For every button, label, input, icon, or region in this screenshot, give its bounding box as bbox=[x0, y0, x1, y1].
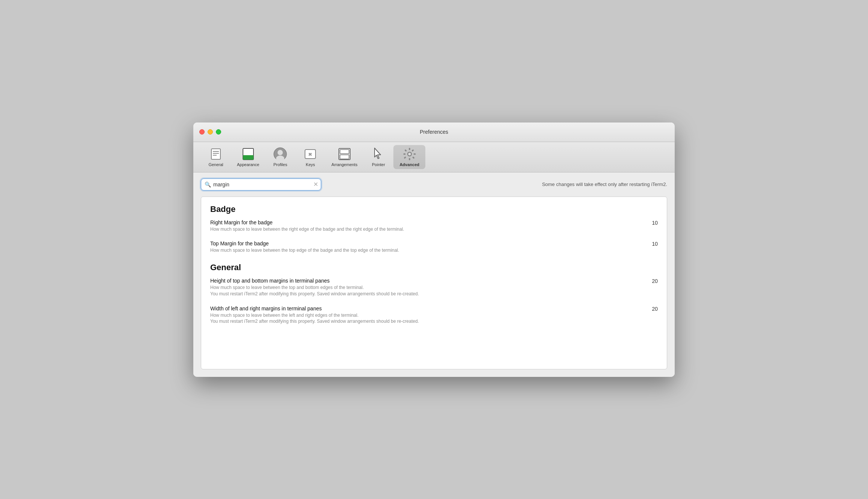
pointer-label: Pointer bbox=[372, 162, 385, 167]
general-icon bbox=[209, 147, 223, 161]
tab-pointer[interactable]: Pointer bbox=[363, 145, 393, 169]
svg-rect-18 bbox=[409, 158, 410, 160]
pointer-icon bbox=[372, 147, 385, 161]
traffic-lights bbox=[199, 129, 221, 135]
svg-rect-1 bbox=[213, 151, 219, 152]
setting-desc: How much space to leave between the righ… bbox=[210, 226, 643, 233]
search-icon: 🔍 bbox=[205, 181, 211, 188]
setting-name: Height of top and bottom margins in term… bbox=[210, 278, 643, 284]
table-row: Height of top and bottom margins in term… bbox=[210, 278, 658, 299]
profiles-label: Profiles bbox=[273, 162, 287, 167]
svg-rect-23 bbox=[411, 149, 414, 151]
search-area: 🔍 ✕ Some changes will take effect only a… bbox=[201, 178, 667, 191]
setting-name: Width of left and right margins in termi… bbox=[210, 305, 643, 311]
appearance-label: Appearance bbox=[237, 162, 259, 167]
svg-rect-0 bbox=[211, 149, 220, 159]
setting-info: Top Margin for the badge How much space … bbox=[210, 240, 643, 254]
tab-profiles[interactable]: Profiles bbox=[265, 145, 295, 169]
appearance-icon bbox=[241, 147, 255, 161]
setting-name: Right Margin for the badge bbox=[210, 219, 643, 225]
badge-section-title: Badge bbox=[210, 204, 658, 214]
results-panel: Badge Right Margin for the badge How muc… bbox=[201, 197, 667, 369]
svg-rect-19 bbox=[404, 153, 405, 155]
svg-rect-17 bbox=[409, 148, 410, 150]
advanced-label: Advanced bbox=[399, 162, 419, 167]
keys-label: Keys bbox=[306, 162, 315, 167]
svg-point-16 bbox=[408, 153, 411, 155]
window-title: Preferences bbox=[420, 129, 448, 135]
svg-rect-12 bbox=[339, 148, 350, 160]
badge-section: Badge Right Margin for the badge How muc… bbox=[210, 204, 658, 256]
general-label: General bbox=[208, 162, 223, 167]
setting-value: 20 bbox=[643, 278, 658, 284]
setting-value: 20 bbox=[643, 305, 658, 312]
tab-advanced[interactable]: Advanced bbox=[393, 145, 425, 169]
setting-desc: How much space to leave between the left… bbox=[210, 312, 643, 325]
search-input[interactable] bbox=[201, 178, 321, 191]
svg-rect-3 bbox=[213, 155, 217, 156]
minimize-button[interactable] bbox=[208, 129, 213, 135]
toolbar: General Appearance Profile bbox=[193, 142, 675, 172]
svg-rect-22 bbox=[412, 156, 414, 159]
arrangements-icon bbox=[338, 147, 351, 161]
svg-rect-24 bbox=[404, 156, 406, 159]
setting-info: Right Margin for the badge How much spac… bbox=[210, 219, 643, 233]
keys-icon: ⌘ bbox=[303, 147, 317, 161]
content-area: 🔍 ✕ Some changes will take effect only a… bbox=[193, 172, 675, 377]
svg-rect-6 bbox=[243, 159, 253, 160]
tab-general[interactable]: General bbox=[201, 145, 231, 169]
setting-name: Top Margin for the badge bbox=[210, 240, 643, 246]
table-row: Width of left and right margins in termi… bbox=[210, 305, 658, 327]
preferences-window: Preferences General bbox=[193, 122, 675, 377]
tab-keys[interactable]: ⌘ Keys bbox=[295, 145, 325, 169]
svg-rect-21 bbox=[404, 149, 407, 151]
search-container: 🔍 ✕ bbox=[201, 178, 321, 191]
advanced-icon bbox=[403, 147, 416, 161]
close-button[interactable] bbox=[199, 129, 205, 135]
setting-desc: How much space to leave between the top … bbox=[210, 284, 643, 297]
tab-arrangements[interactable]: Arrangements bbox=[325, 145, 363, 169]
tab-appearance[interactable]: Appearance bbox=[231, 145, 265, 169]
setting-value: 10 bbox=[643, 219, 658, 226]
restart-notice: Some changes will take effect only after… bbox=[542, 181, 667, 187]
profiles-icon bbox=[273, 147, 287, 161]
setting-desc: How much space to leave between the top … bbox=[210, 247, 643, 254]
setting-value: 10 bbox=[643, 240, 658, 247]
title-bar: Preferences bbox=[193, 122, 675, 142]
setting-info: Width of left and right margins in termi… bbox=[210, 305, 643, 325]
setting-info: Height of top and bottom margins in term… bbox=[210, 278, 643, 297]
general-section-title: General bbox=[210, 263, 658, 272]
svg-rect-2 bbox=[213, 153, 219, 154]
search-clear-button[interactable]: ✕ bbox=[313, 181, 318, 188]
svg-text:⌘: ⌘ bbox=[309, 151, 312, 157]
svg-rect-20 bbox=[414, 153, 416, 155]
table-row: Top Margin for the badge How much space … bbox=[210, 240, 658, 255]
general-section: General Height of top and bottom margins… bbox=[210, 263, 658, 326]
svg-point-8 bbox=[278, 150, 283, 155]
table-row: Right Margin for the badge How much spac… bbox=[210, 219, 658, 234]
maximize-button[interactable] bbox=[216, 129, 221, 135]
arrangements-label: Arrangements bbox=[331, 162, 357, 167]
